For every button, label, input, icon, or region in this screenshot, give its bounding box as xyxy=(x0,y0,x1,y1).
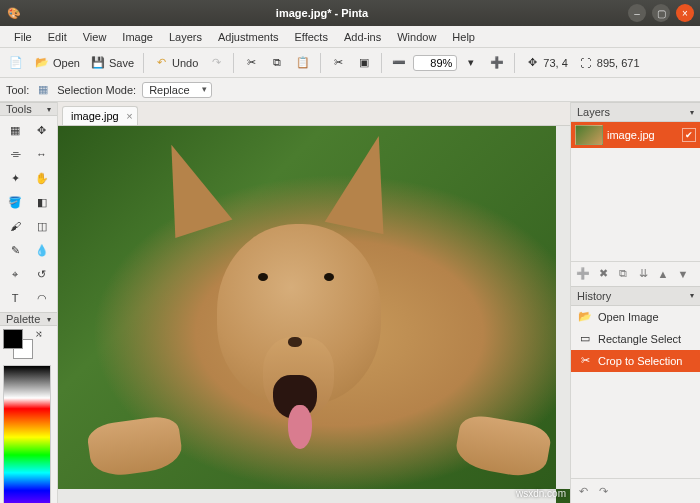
color-swatches: ⤭ xyxy=(3,329,43,361)
copy-button[interactable]: ⧉ xyxy=(265,51,289,75)
cut-button[interactable]: ✂ xyxy=(239,51,263,75)
tool-move[interactable]: ✥ xyxy=(30,119,54,141)
image-size-icon: ⛶ xyxy=(578,55,594,71)
redo-button[interactable]: ↷ xyxy=(204,51,228,75)
document-tab-label: image.jpg xyxy=(71,110,119,122)
tool-magic-wand[interactable]: ✦ xyxy=(3,167,27,189)
layer-row[interactable]: image.jpg ✔ xyxy=(571,122,700,148)
tool-brush[interactable]: 🖌 xyxy=(3,215,27,237)
zoom-in-button[interactable]: ➕ xyxy=(485,51,509,75)
vertical-scrollbar[interactable] xyxy=(556,126,570,489)
history-item-open[interactable]: 📂Open Image xyxy=(571,306,700,328)
menu-adjustments[interactable]: Adjustments xyxy=(210,29,287,45)
paste-icon: 📋 xyxy=(295,55,311,71)
undo-label: Undo xyxy=(172,57,198,69)
horizontal-scrollbar[interactable] xyxy=(58,489,556,503)
history-panel-header[interactable]: History▾ xyxy=(571,286,700,306)
menu-view[interactable]: View xyxy=(75,29,115,45)
tool-clone[interactable]: ⌖ xyxy=(3,263,27,285)
separator xyxy=(381,53,382,73)
history-panel: 📂Open Image ▭Rectangle Select ✂︎Crop to … xyxy=(571,306,700,419)
left-column: Tools▾ ▦ ✥ ⌯ ↔ ✦ ✋ 🪣 ◧ 🖌 ◫ ✎ 💧 ⌖ ↺ T ◠ P… xyxy=(0,102,58,503)
copy-icon: ⧉ xyxy=(269,55,285,71)
tool-recolor[interactable]: ↺ xyxy=(30,263,54,285)
crop-icon: ✂︎ xyxy=(577,353,593,369)
menu-file[interactable]: File xyxy=(6,29,40,45)
document-tab[interactable]: image.jpg × xyxy=(62,106,138,125)
history-actions: ↶ ↷ xyxy=(571,478,700,503)
tool-gradient[interactable]: ◧ xyxy=(30,191,54,213)
redo-icon: ↷ xyxy=(208,55,224,71)
tool-pencil[interactable]: ✎ xyxy=(3,239,27,261)
tool-shapes[interactable]: ◠ xyxy=(30,287,54,309)
close-button[interactable]: × xyxy=(676,4,694,22)
undo-button[interactable]: ↶Undo xyxy=(149,51,202,75)
selection-mode-dropdown[interactable]: Replace xyxy=(142,82,212,98)
zoom-out-icon: ➖ xyxy=(391,55,407,71)
foreground-color[interactable] xyxy=(3,329,23,349)
image-size: ⛶895, 671 xyxy=(574,51,644,75)
cut-icon: ✂ xyxy=(243,55,259,71)
history-item-rect-select[interactable]: ▭Rectangle Select xyxy=(571,328,700,350)
rect-select-icon: ▭ xyxy=(577,331,593,347)
menu-image[interactable]: Image xyxy=(114,29,161,45)
layer-down-icon[interactable]: ▼ xyxy=(675,266,691,282)
menu-layers[interactable]: Layers xyxy=(161,29,210,45)
close-tab-icon[interactable]: × xyxy=(126,110,132,122)
menu-help[interactable]: Help xyxy=(444,29,483,45)
minimize-button[interactable]: – xyxy=(628,4,646,22)
zoom-in-icon: ➕ xyxy=(489,55,505,71)
menu-addins[interactable]: Add-ins xyxy=(336,29,389,45)
maximize-button[interactable]: ▢ xyxy=(652,4,670,22)
layer-visible-checkbox[interactable]: ✔ xyxy=(682,128,696,142)
delete-layer-icon[interactable]: ✖ xyxy=(595,266,611,282)
deselect-button[interactable]: ▣ xyxy=(352,51,376,75)
zoom-out-button[interactable]: ➖ xyxy=(387,51,411,75)
tool-rect-select[interactable]: ▦ xyxy=(3,119,27,141)
tool-pan[interactable]: ✋ xyxy=(30,167,54,189)
tool-color-picker[interactable]: 💧 xyxy=(30,239,54,261)
tool-lasso[interactable]: ⌯ xyxy=(3,143,27,165)
swap-colors-icon[interactable]: ⤭ xyxy=(35,329,43,339)
layers-panel-header[interactable]: Layers▾ xyxy=(571,102,700,122)
menu-edit[interactable]: Edit xyxy=(40,29,75,45)
duplicate-layer-icon[interactable]: ⧉ xyxy=(615,266,631,282)
layer-up-icon[interactable]: ▲ xyxy=(655,266,671,282)
tool-move-selection[interactable]: ↔ xyxy=(30,143,54,165)
cursor-pos-icon: ✥ xyxy=(524,55,540,71)
zoom-dropdown[interactable]: ▾ xyxy=(459,51,483,75)
menu-window[interactable]: Window xyxy=(389,29,444,45)
tool-eraser[interactable]: ◫ xyxy=(30,215,54,237)
right-column: Layers▾ image.jpg ✔ ➕ ✖ ⧉ ⇊ ▲ ▼ History▾… xyxy=(570,102,700,503)
redo-history-icon[interactable]: ↷ xyxy=(595,483,611,499)
undo-history-icon[interactable]: ↶ xyxy=(575,483,591,499)
merge-layer-icon[interactable]: ⇊ xyxy=(635,266,651,282)
main-area: Tools▾ ▦ ✥ ⌯ ↔ ✦ ✋ 🪣 ◧ 🖌 ◫ ✎ 💧 ⌖ ↺ T ◠ P… xyxy=(0,102,700,503)
color-strip[interactable] xyxy=(3,365,51,503)
open-button[interactable]: 📂Open xyxy=(30,51,84,75)
tools-panel-header[interactable]: Tools▾ xyxy=(0,102,57,116)
open-label: Open xyxy=(53,57,80,69)
canvas[interactable]: wsxdn.com xyxy=(58,126,570,503)
titlebar: 🎨 image.jpg* - Pinta – ▢ × xyxy=(0,0,700,26)
tools-panel: ▦ ✥ ⌯ ↔ ✦ ✋ 🪣 ◧ 🖌 ◫ ✎ 💧 ⌖ ↺ T ◠ xyxy=(0,116,57,312)
crop-button[interactable]: ✂︎ xyxy=(326,51,350,75)
separator xyxy=(320,53,321,73)
new-button[interactable]: 📄 xyxy=(4,51,28,75)
paste-button[interactable]: 📋 xyxy=(291,51,315,75)
zoom-value[interactable]: 89% xyxy=(413,55,457,71)
app-icon: 🎨 xyxy=(6,5,22,21)
watermark: wsxdn.com xyxy=(516,488,566,499)
tool-paint-bucket[interactable]: 🪣 xyxy=(3,191,27,213)
palette-panel-header[interactable]: Palette▾ xyxy=(0,312,57,326)
menu-effects[interactable]: Effects xyxy=(287,29,336,45)
tool-text[interactable]: T xyxy=(3,287,27,309)
cursor-pos: ✥73, 4 xyxy=(520,51,571,75)
open-icon: 📂 xyxy=(577,309,593,325)
layer-name: image.jpg xyxy=(607,129,655,141)
history-item-crop[interactable]: ✂︎Crop to Selection xyxy=(571,350,700,372)
center-column: image.jpg × wsxdn.com xyxy=(58,102,570,503)
tool-label: Tool: xyxy=(6,84,29,96)
save-button[interactable]: 💾Save xyxy=(86,51,138,75)
add-layer-icon[interactable]: ➕ xyxy=(575,266,591,282)
